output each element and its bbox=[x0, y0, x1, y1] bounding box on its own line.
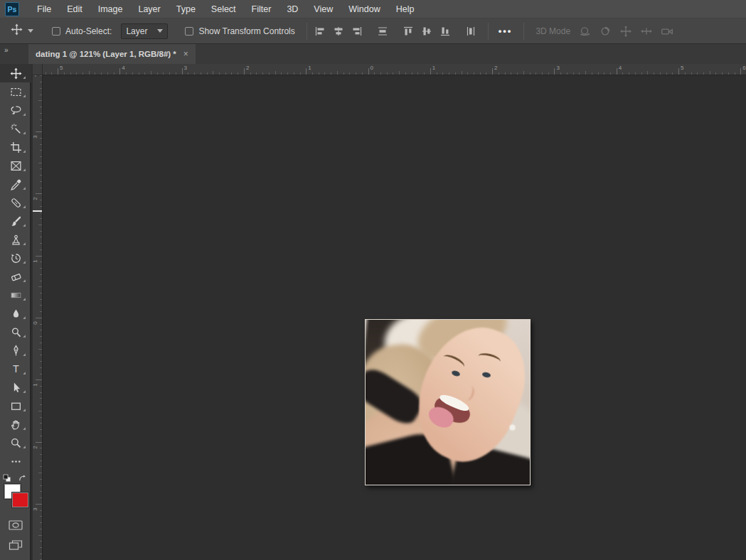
pen-tool-button[interactable] bbox=[0, 341, 31, 360]
magic-wand-tool-button[interactable] bbox=[0, 119, 31, 138]
ruler-tick bbox=[38, 163, 42, 163]
spot-healing-brush-tool-button[interactable] bbox=[0, 193, 31, 212]
distribute-horizontal-icon[interactable] bbox=[377, 26, 388, 37]
ruler-tick bbox=[40, 547, 42, 548]
quick-mask-mode-button[interactable] bbox=[0, 515, 31, 535]
canvas-image[interactable] bbox=[365, 319, 531, 485]
rectangular-marquee-tool-button[interactable] bbox=[0, 82, 31, 101]
lasso-tool-button[interactable] bbox=[0, 101, 31, 119]
brush-tool-button[interactable] bbox=[0, 212, 31, 230]
align-right-edges-icon[interactable] bbox=[351, 26, 363, 37]
close-tab-icon[interactable]: × bbox=[183, 50, 188, 58]
zoom-tool-button[interactable] bbox=[0, 434, 31, 452]
history-brush-tool-button[interactable] bbox=[0, 249, 31, 267]
history-brush-icon bbox=[10, 252, 22, 264]
align-horizontal-centers-icon[interactable] bbox=[333, 26, 344, 37]
menu-select[interactable]: Select bbox=[203, 0, 244, 18]
ruler-label: 3 bbox=[33, 507, 38, 510]
ruler-label: 1 bbox=[308, 65, 311, 71]
align-bottom-edges-icon[interactable] bbox=[439, 26, 451, 37]
ruler-tick bbox=[331, 72, 331, 75]
ruler-tick bbox=[107, 72, 108, 75]
clone-stamp-tool-button[interactable] bbox=[0, 230, 31, 249]
ruler-tick bbox=[157, 72, 158, 75]
path-selection-tool-button[interactable] bbox=[0, 378, 31, 397]
photoshop-window: Ps File Edit Image Layer Type Select Fil… bbox=[0, 0, 746, 560]
ruler-tick bbox=[40, 75, 42, 76]
ruler-tick bbox=[101, 72, 102, 75]
rectangle-tool-button[interactable] bbox=[0, 397, 31, 415]
background-color-swatch[interactable] bbox=[12, 492, 28, 507]
ruler-tick bbox=[36, 256, 42, 257]
crop-tool-button[interactable] bbox=[0, 138, 31, 156]
menu-file[interactable]: File bbox=[29, 0, 59, 18]
ruler-tick bbox=[523, 71, 524, 75]
menu-help[interactable]: Help bbox=[388, 0, 422, 18]
ruler-tick bbox=[573, 72, 574, 75]
ruler-label: 5 bbox=[60, 65, 63, 71]
frame-tool-button[interactable] bbox=[0, 156, 31, 175]
ruler-origin-corner[interactable] bbox=[33, 64, 43, 75]
menu-edit[interactable]: Edit bbox=[59, 0, 90, 18]
ruler-label: 3 bbox=[556, 65, 559, 71]
swap-colors-icon[interactable] bbox=[18, 474, 27, 483]
ellipsis-icon bbox=[10, 456, 22, 468]
canvas-pasteboard[interactable] bbox=[43, 75, 746, 560]
menu-layer[interactable]: Layer bbox=[130, 0, 168, 18]
menu-image[interactable]: Image bbox=[90, 0, 131, 18]
ruler-label: 3 bbox=[33, 135, 38, 138]
ruler-tick bbox=[393, 72, 393, 75]
distribute-vertical-icon[interactable] bbox=[465, 26, 476, 37]
document-tab[interactable]: dating 1 @ 121% (Layer 1, RGB/8#) * × bbox=[28, 44, 196, 64]
move-tool-button[interactable] bbox=[0, 64, 31, 82]
default-colors-icon[interactable] bbox=[3, 474, 11, 483]
ruler-tick bbox=[176, 72, 176, 75]
dodge-tool-button[interactable] bbox=[0, 323, 31, 341]
align-top-edges-icon[interactable] bbox=[403, 26, 414, 37]
vertical-ruler[interactable]: 43210123 bbox=[33, 75, 43, 560]
menu-window[interactable]: Window bbox=[341, 0, 388, 18]
eyedropper-tool-button[interactable] bbox=[0, 175, 31, 193]
tool-preset-caret-icon[interactable] bbox=[28, 29, 33, 33]
tool-panel: T bbox=[0, 64, 31, 560]
ruler-tick bbox=[412, 72, 412, 75]
ruler-tick bbox=[40, 249, 42, 250]
ruler-tick bbox=[554, 68, 555, 75]
auto-select-target-dropdown[interactable]: Layer bbox=[121, 23, 168, 39]
ruler-tick bbox=[40, 156, 42, 157]
align-left-edges-icon[interactable] bbox=[314, 26, 326, 37]
ruler-tick bbox=[40, 355, 42, 355]
ruler-tick bbox=[40, 386, 42, 387]
lasso-icon bbox=[10, 104, 22, 117]
ruler-tick bbox=[728, 72, 729, 75]
screen-mode-icon bbox=[9, 539, 23, 551]
show-transform-checkbox[interactable] bbox=[185, 27, 193, 36]
ruler-tick bbox=[38, 411, 42, 411]
more-align-options-button[interactable]: ••• bbox=[499, 26, 513, 36]
ruler-tick bbox=[139, 72, 139, 75]
hand-tool-button[interactable] bbox=[0, 415, 31, 434]
menu-view[interactable]: View bbox=[306, 0, 341, 18]
ruler-tick bbox=[40, 361, 42, 362]
ruler-label: 5 bbox=[681, 65, 683, 71]
collapse-panels-icon[interactable]: » bbox=[4, 46, 9, 54]
menu-filter[interactable]: Filter bbox=[244, 0, 279, 18]
ruler-tick bbox=[40, 392, 42, 393]
eraser-tool-button[interactable] bbox=[0, 267, 31, 286]
gradient-tool-button[interactable] bbox=[0, 286, 31, 304]
blur-tool-button[interactable] bbox=[0, 304, 31, 323]
type-tool-button[interactable]: T bbox=[0, 360, 31, 378]
align-vertical-centers-icon[interactable] bbox=[421, 26, 432, 37]
ruler-tick bbox=[40, 144, 42, 145]
ruler-tick bbox=[542, 72, 543, 75]
ruler-tick bbox=[300, 72, 301, 75]
ruler-label: 0 bbox=[371, 65, 373, 71]
menu-type[interactable]: Type bbox=[169, 0, 203, 18]
auto-select-checkbox[interactable] bbox=[52, 27, 60, 36]
screen-mode-button[interactable] bbox=[0, 535, 31, 555]
edit-toolbar-button[interactable] bbox=[0, 452, 31, 470]
menu-3d[interactable]: 3D bbox=[279, 0, 306, 18]
ruler-tick bbox=[132, 72, 133, 75]
pen-icon bbox=[10, 345, 22, 357]
horizontal-ruler[interactable]: 543210123456 bbox=[43, 64, 746, 75]
